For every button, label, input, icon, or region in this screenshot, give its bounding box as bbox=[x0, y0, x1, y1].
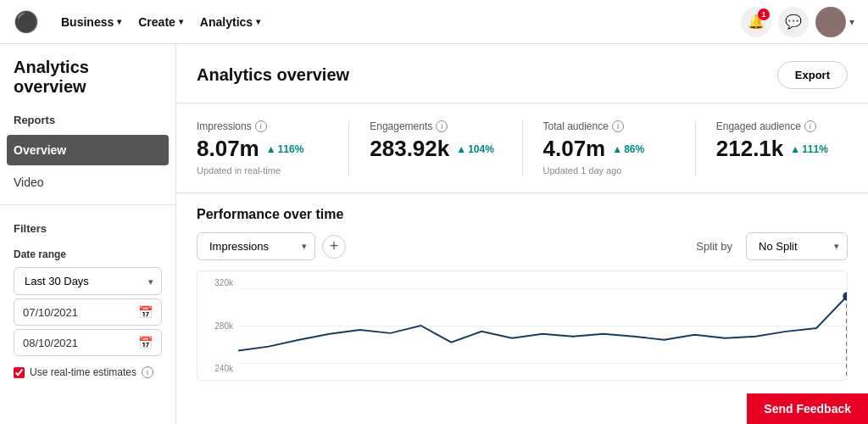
nav-analytics-label: Analytics bbox=[200, 15, 253, 29]
engaged-audience-change-value: 111% bbox=[802, 143, 828, 155]
calendar-icon: 📅 bbox=[138, 305, 153, 319]
date-end-value: 08/10/2021 bbox=[23, 337, 138, 349]
impressions-change-value: 116% bbox=[278, 143, 304, 155]
performance-title: Performance over time bbox=[197, 207, 848, 222]
engagements-label: Engagements bbox=[370, 120, 432, 132]
date-end-input[interactable]: 08/10/2021 📅 bbox=[14, 329, 162, 356]
chart-y-axis: 320k 280k 240k bbox=[198, 271, 238, 380]
total-audience-value: 4.07m bbox=[543, 136, 606, 162]
date-start-input[interactable]: 07/10/2021 📅 bbox=[14, 298, 162, 326]
info-icon: i bbox=[142, 366, 153, 378]
overview-label: Overview bbox=[14, 143, 66, 157]
info-icon[interactable]: i bbox=[255, 120, 267, 132]
messages-button[interactable]: 💬 bbox=[778, 7, 809, 37]
performance-section: Performance over time Impressions ▾ + Sp… bbox=[176, 193, 868, 394]
stat-card-impressions: Impressions i 8.07m ▲ 116% Updated in re… bbox=[197, 120, 349, 176]
split-by-label: Split by bbox=[696, 240, 732, 253]
engagements-change: ▲ 104% bbox=[456, 143, 494, 155]
stats-row: Impressions i 8.07m ▲ 116% Updated in re… bbox=[176, 103, 868, 193]
pinterest-logo[interactable]: ⚫ bbox=[14, 10, 39, 34]
chart-line bbox=[238, 271, 847, 380]
page-title: Analytics overview bbox=[14, 58, 89, 96]
total-audience-change: ▲ 86% bbox=[612, 143, 644, 155]
arrow-up-icon: ▲ bbox=[266, 143, 276, 155]
notification-badge: 1 bbox=[758, 8, 770, 20]
engaged-audience-label: Engaged audience bbox=[716, 120, 801, 132]
date-range-label: Date range bbox=[0, 242, 175, 264]
chart-area bbox=[238, 271, 847, 380]
nav-create-label: Create bbox=[138, 15, 175, 29]
impressions-change: ▲ 116% bbox=[266, 143, 304, 155]
send-feedback-button[interactable]: Send Feedback bbox=[747, 393, 868, 424]
chevron-down-icon: ▾ bbox=[117, 17, 121, 26]
engagements-change-value: 104% bbox=[468, 143, 494, 155]
performance-controls: Impressions ▾ + Split by No Split ▾ bbox=[197, 232, 848, 260]
realtime-checkbox[interactable] bbox=[14, 367, 25, 378]
sidebar-item-video[interactable]: Video bbox=[0, 167, 175, 198]
engaged-audience-change: ▲ 111% bbox=[790, 143, 828, 155]
date-start-value: 07/10/2021 bbox=[23, 306, 138, 319]
video-label: Video bbox=[14, 176, 44, 189]
stat-card-engagements: Engagements i 283.92k ▲ 104% bbox=[370, 120, 522, 176]
nav-business[interactable]: Business ▾ bbox=[53, 10, 130, 34]
notifications-button[interactable]: 🔔 1 bbox=[741, 7, 771, 37]
arrow-up-icon: ▲ bbox=[612, 143, 622, 155]
realtime-label: Use real-time estimates bbox=[30, 366, 136, 378]
chart-container: 320k 280k 240k bbox=[197, 271, 848, 381]
split-by-select[interactable]: No Split bbox=[746, 232, 848, 260]
total-audience-updated: Updated 1 day ago bbox=[543, 165, 675, 176]
arrow-up-icon: ▲ bbox=[790, 143, 800, 155]
main-header: Analytics overview Export bbox=[176, 44, 868, 103]
chevron-down-icon: ▾ bbox=[256, 17, 260, 26]
info-icon[interactable]: i bbox=[612, 120, 624, 132]
engaged-audience-value: 212.1k bbox=[716, 136, 784, 162]
stat-card-total-audience: Total audience i 4.07m ▲ 86% Updated 1 d… bbox=[543, 120, 696, 176]
info-icon[interactable]: i bbox=[436, 120, 448, 132]
main-content: Analytics overview Export Impressions i … bbox=[176, 44, 868, 424]
arrow-up-icon: ▲ bbox=[456, 143, 466, 155]
date-range-select[interactable]: Last 30 Days bbox=[14, 267, 162, 295]
total-audience-change-value: 86% bbox=[624, 143, 644, 155]
page-title-area: Analytics overview bbox=[0, 44, 175, 103]
nav-business-label: Business bbox=[61, 15, 114, 29]
nav-create[interactable]: Create ▾ bbox=[130, 10, 192, 34]
total-audience-label: Total audience bbox=[543, 120, 609, 132]
reports-section-label: Reports bbox=[0, 103, 175, 133]
y-label-280k: 280k bbox=[203, 321, 233, 331]
add-metric-button[interactable]: + bbox=[322, 235, 346, 259]
filters-section-label: Filters bbox=[0, 212, 175, 242]
stat-card-engaged-audience: Engaged audience i 212.1k ▲ 111% bbox=[716, 120, 848, 176]
y-label-240k: 240k bbox=[203, 364, 233, 373]
main-title: Analytics overview bbox=[197, 65, 777, 85]
info-icon[interactable]: i bbox=[804, 120, 816, 132]
sidebar-item-overview[interactable]: Overview bbox=[7, 135, 169, 165]
impressions-updated: Updated in real-time bbox=[197, 165, 328, 176]
impressions-label: Impressions bbox=[197, 120, 252, 132]
y-label-320k: 320k bbox=[203, 278, 233, 287]
top-nav: ⚫ Business ▾ Create ▾ Analytics ▾ 🔔 1 💬 … bbox=[0, 0, 868, 44]
calendar-icon: 📅 bbox=[138, 336, 153, 349]
engagements-value: 283.92k bbox=[370, 136, 449, 162]
chevron-down-icon: ▾ bbox=[179, 17, 183, 26]
impressions-value: 8.07m bbox=[197, 136, 259, 162]
avatar[interactable] bbox=[815, 7, 846, 37]
metric-select[interactable]: Impressions bbox=[197, 232, 315, 260]
nav-analytics[interactable]: Analytics ▾ bbox=[192, 10, 269, 34]
account-chevron-icon[interactable]: ▾ bbox=[849, 16, 854, 28]
sidebar: Analytics overview Reports Overview Vide… bbox=[0, 44, 176, 424]
export-button[interactable]: Export bbox=[777, 61, 848, 89]
